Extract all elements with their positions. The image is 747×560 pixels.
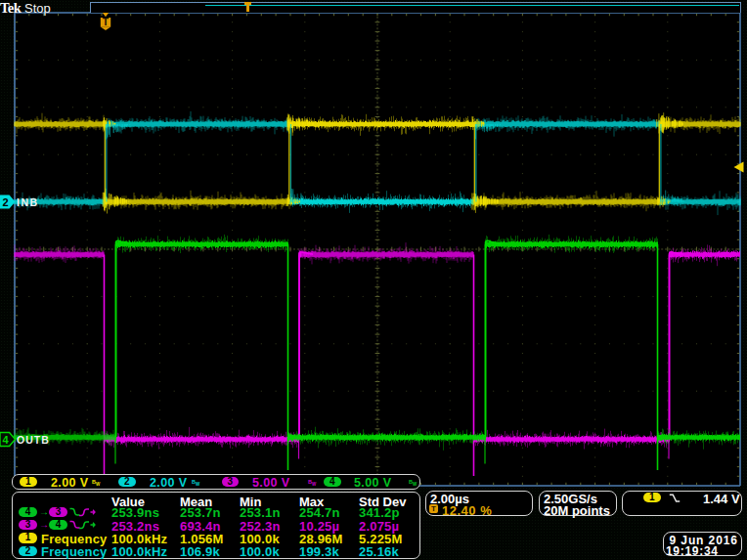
svg-text:T: T xyxy=(103,16,110,27)
svg-text:2: 2 xyxy=(2,196,8,208)
svg-text:4: 4 xyxy=(2,434,9,446)
